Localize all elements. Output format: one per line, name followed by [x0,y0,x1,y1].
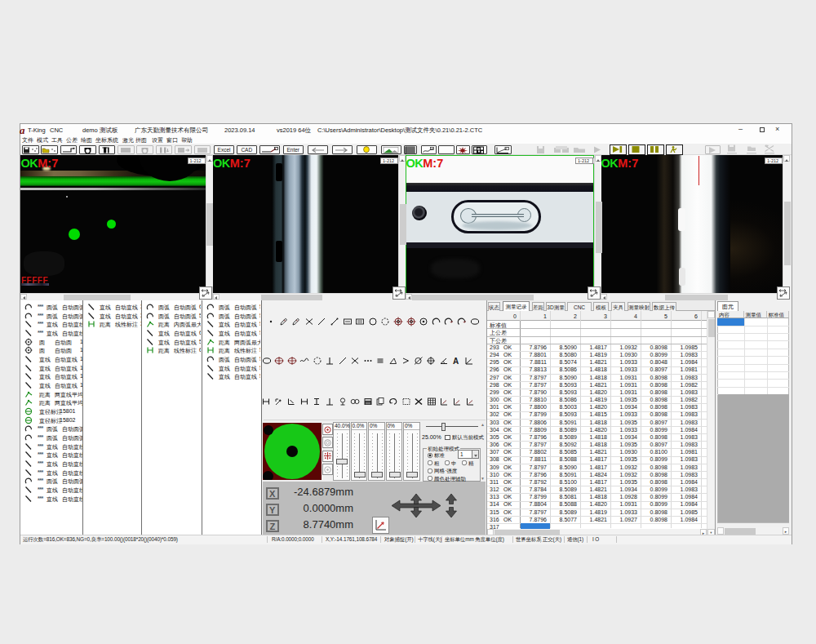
svg-text:A: A [453,357,459,366]
